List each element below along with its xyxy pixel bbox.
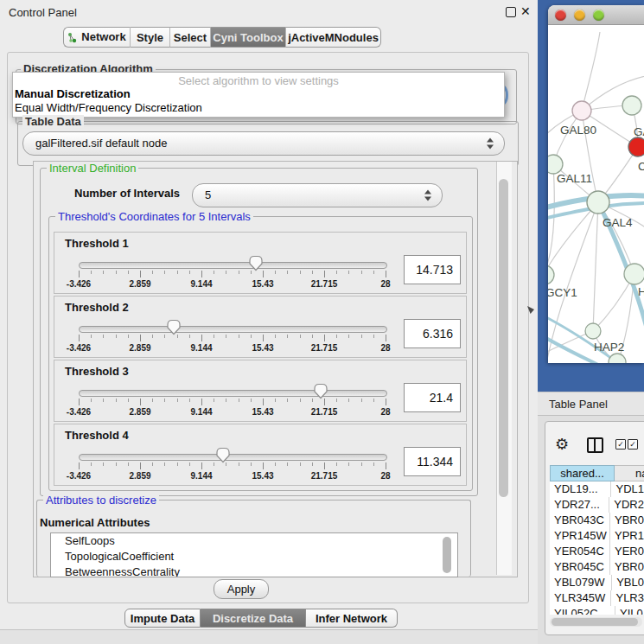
slider-minor-ticks — [79, 271, 386, 274]
table-row[interactable]: YIL052CYIL0 — [550, 606, 644, 615]
column-header-name[interactable]: na — [615, 465, 644, 481]
table-row[interactable]: YDL19...YDL1 — [550, 481, 644, 497]
interval-definition-group-title: Interval Definition — [47, 162, 138, 175]
node-label: GAL4 — [603, 216, 633, 229]
table-row[interactable]: YBR043CYBR0 — [550, 513, 644, 528]
checkbox-checked-icon[interactable]: ✓ — [615, 439, 626, 450]
threshold-4-label: Threshold 4 — [65, 429, 129, 442]
combo-spinner-icon — [487, 138, 494, 150]
slider-minor-ticks — [79, 335, 386, 338]
application-root: Control Panel ✕ Network Style Select Cyn… — [0, 0, 644, 644]
table-header-row: shared... na — [550, 465, 644, 481]
node-mid-right[interactable] — [624, 264, 644, 284]
threshold-row-4: Threshold 4 -3.4262.8599.14415.4321.7152… — [54, 424, 467, 486]
apply-button[interactable]: Apply — [214, 579, 269, 599]
tab-discretize-data[interactable]: Discretize Data — [201, 609, 306, 628]
network-graph: GAL80 GA C GAL11 GAL4 GCY1 H HAP2 — [548, 25, 644, 363]
vertical-scrollbar-thumb[interactable] — [499, 179, 508, 497]
network-icon — [67, 32, 78, 43]
slider-minor-ticks — [79, 399, 386, 402]
threshold-3-value-field[interactable]: 21.4 — [404, 383, 461, 412]
bottom-tabbar: Impute Data Discretize Data Infer Networ… — [124, 609, 398, 628]
threshold-2-slider-track[interactable] — [79, 326, 387, 333]
table-row[interactable]: YPR145WYPR1 — [550, 528, 644, 544]
node-label: GAL80 — [560, 124, 596, 137]
column-header-shared[interactable]: shared... — [550, 465, 615, 481]
list-item[interactable]: TopologicalCoefficient — [51, 549, 457, 564]
gear-icon[interactable]: ⚙ — [555, 435, 569, 454]
tab-cyni-toolbox[interactable]: Cyni Toolbox — [211, 27, 286, 48]
node-gal11[interactable] — [548, 155, 563, 174]
attributes-group-title: Attributes to discretize — [43, 494, 159, 507]
table-row[interactable]: YBL079WYBL0 — [550, 575, 644, 590]
list-item[interactable]: SelfLoops — [51, 533, 457, 549]
node-label: C — [638, 160, 644, 173]
threshold-1-slider-thumb[interactable] — [248, 255, 264, 271]
tab-impute-data[interactable]: Impute Data — [124, 609, 201, 628]
table-row[interactable]: YDR27...YDR2 — [550, 497, 644, 513]
horizontal-scrollbar-track[interactable] — [550, 617, 642, 627]
threshold-4-slider-track[interactable] — [79, 454, 387, 461]
threshold-4-slider-thumb[interactable] — [215, 447, 231, 463]
threshold-2-value-field[interactable]: 6.316 — [404, 319, 461, 348]
threshold-2-slider-thumb[interactable] — [166, 319, 182, 335]
close-icon[interactable]: ✕ — [520, 4, 531, 18]
close-traffic-light-icon[interactable] — [555, 10, 566, 21]
table-row[interactable]: YER054CYER0 — [550, 544, 644, 559]
float-window-icon[interactable] — [506, 7, 516, 17]
horizontal-scrollbar-thumb[interactable] — [552, 618, 638, 626]
node-gal4[interactable] — [587, 191, 609, 214]
algorithm-option-equal-width[interactable]: Equal Width/Frequency Discretization — [15, 101, 202, 114]
zoom-traffic-light-icon[interactable] — [593, 10, 604, 21]
node-top-right[interactable] — [622, 96, 641, 115]
threshold-row-3: Threshold 3 -3.4262.8599.14415.4321.7152… — [54, 360, 467, 422]
network-window-titlebar[interactable] — [548, 5, 644, 25]
numerical-attributes-label: Numerical Attributes — [40, 516, 150, 529]
node-gcy1[interactable] — [548, 265, 554, 284]
node-hap2[interactable] — [585, 323, 601, 339]
tab-style[interactable]: Style — [131, 27, 170, 48]
threshold-2-label: Threshold 2 — [65, 301, 129, 314]
threshold-3-slider-track[interactable] — [79, 390, 387, 397]
algorithm-option-manual[interactable]: Manual Discretization — [15, 87, 131, 100]
algorithm-prompt: Select algorithm to view settings — [13, 74, 504, 87]
threshold-row-1: Threshold 1 -3.4262.8599.14415.4321.7152… — [54, 232, 467, 294]
node-label: GAL11 — [557, 172, 592, 185]
number-of-intervals-combobox[interactable]: 5 — [192, 183, 443, 207]
threshold-3-label: Threshold 3 — [65, 365, 129, 378]
tab-jactivemnodules[interactable]: jActiveMNodules — [286, 27, 381, 48]
numerical-attributes-list: SelfLoops TopologicalCoefficient Between… — [50, 532, 458, 577]
tab-select[interactable]: Select — [170, 27, 211, 48]
node-label: H — [638, 285, 644, 298]
list-scrollbar-thumb[interactable] — [443, 537, 451, 573]
table-row[interactable]: YBR045CYBR0 — [550, 559, 644, 575]
table-panel-titlebar: Table Panel — [538, 392, 644, 416]
table-row[interactable]: YLR345WYLR3 — [550, 590, 644, 606]
threshold-3-slider-thumb[interactable] — [313, 383, 328, 399]
tab-network[interactable]: Network — [63, 27, 131, 48]
table-rows: YDL19...YDL1 YDR27...YDR2 YBR043CYBR0 YP… — [550, 481, 644, 615]
algorithm-dropdown-popup: Select algorithm to view settings Manual… — [12, 72, 505, 118]
table-data-group-title: Table Data — [22, 115, 84, 128]
slider-minor-ticks — [79, 462, 386, 466]
combo-spinner-icon — [424, 190, 431, 201]
threshold-1-value-field[interactable]: 14.713 — [404, 255, 461, 284]
node-bottom[interactable] — [609, 354, 626, 363]
threshold-1-label: Threshold 1 — [65, 237, 129, 250]
list-item[interactable]: BetweennessCentrality — [51, 564, 457, 577]
checkbox-checked-icon[interactable]: ✓ — [628, 439, 638, 450]
minimize-traffic-light-icon[interactable] — [574, 10, 585, 21]
split-columns-icon[interactable] — [587, 437, 603, 453]
node-label: GCY1 — [548, 286, 577, 299]
network-canvas[interactable]: GAL80 GA C GAL11 GAL4 GCY1 H HAP2 — [548, 25, 644, 363]
node-selected-red[interactable] — [628, 137, 644, 156]
tab-infer-network[interactable]: Infer Network — [306, 609, 398, 628]
threshold-1-slider-track[interactable] — [79, 262, 387, 269]
thresholds-group-title: Threshold's Coordinates for 5 Intervals — [55, 210, 253, 223]
threshold-4-value-field[interactable]: 11.344 — [404, 447, 461, 476]
table-data-combobox[interactable]: galFiltered.sif default node — [22, 131, 505, 156]
panel-title: Control Panel — [9, 6, 77, 19]
node-gal80[interactable] — [572, 101, 591, 120]
top-tabbar: Network Style Select Cyni Toolbox jActiv… — [63, 27, 381, 49]
table-panel-title: Table Panel — [549, 398, 608, 411]
